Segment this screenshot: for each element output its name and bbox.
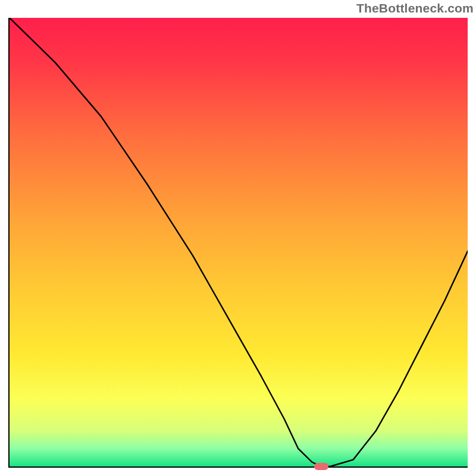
watermark-text: TheBottleneck.com [356, 1, 474, 15]
chart-container: TheBottleneck.com [0, 0, 476, 476]
plot-area [8, 18, 468, 468]
bottleneck-curve [10, 18, 468, 466]
optimal-marker [314, 463, 328, 470]
